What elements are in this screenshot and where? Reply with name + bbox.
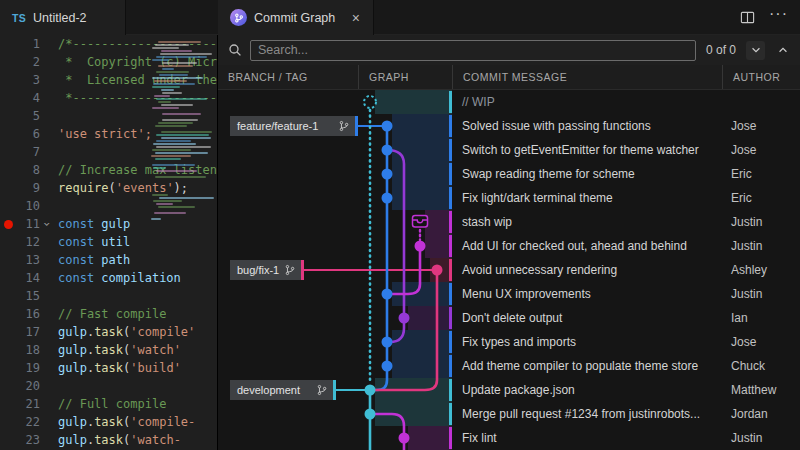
branch-color-strip	[449, 427, 452, 449]
tab-untitled-2[interactable]: TS Untitled-2	[0, 0, 126, 35]
tab-commit-graph[interactable]: Commit Graph ×	[218, 0, 374, 35]
commit-row[interactable]: // WIP	[218, 90, 800, 114]
line-number: 2	[16, 53, 40, 71]
line-number: 21	[16, 395, 40, 413]
commit-graph-panel: 0 of 0 BRANCH / TAG GRAPH COMMIT MESSAGE…	[218, 35, 800, 450]
git-branch-icon	[338, 120, 350, 132]
commit-row[interactable]: Avoid unnecessary renderingAshley	[218, 258, 800, 282]
line-number: 9	[16, 179, 40, 197]
commit-row[interactable]: Fix lintJustin	[218, 426, 800, 450]
branch-tag-cell	[218, 282, 358, 306]
graph-cell	[358, 234, 452, 258]
commit-row[interactable]: stash wipJustin	[218, 210, 800, 234]
code-line: 17gulp.task('compile'	[0, 323, 217, 341]
commit-author: Matthew	[722, 378, 800, 402]
graph-cell	[358, 306, 452, 330]
commit-author: Justin	[722, 426, 800, 450]
branch-tag-cell	[218, 162, 358, 186]
commit-row[interactable]: Add theme compiler to populate theme sto…	[218, 354, 800, 378]
branch-label-feature-feature-1[interactable]: feature/feature-1	[230, 116, 358, 136]
branch-tag-cell	[218, 306, 358, 330]
commit-row[interactable]: Fix light/dark terminal themeEric	[218, 186, 800, 210]
commit-message: Avoid unnecessary rendering	[452, 258, 722, 282]
graph-cell	[358, 90, 452, 114]
git-branch-icon	[284, 264, 296, 276]
commit-row[interactable]: Menu UX improvementsJustin	[218, 282, 800, 306]
branch-name: feature/feature-1	[237, 120, 318, 132]
branch-tag-cell	[218, 234, 358, 258]
column-header-commit-message: COMMIT MESSAGE	[452, 65, 722, 89]
line-number: 16	[16, 305, 40, 323]
chevron-down-icon[interactable]	[746, 41, 765, 60]
commit-row[interactable]: Add UI for checked out, ahead and behind…	[218, 234, 800, 258]
line-number: 19	[16, 359, 40, 377]
commit-row[interactable]: Swap reading theme for schemeEric	[218, 162, 800, 186]
branch-tag-cell	[218, 186, 358, 210]
branch-color-strip	[449, 163, 452, 185]
search-bar: 0 of 0	[218, 35, 800, 65]
line-number: 22	[16, 413, 40, 431]
search-match-count: 0 of 0	[704, 43, 738, 57]
branch-color-strip	[449, 187, 452, 209]
search-icon	[228, 43, 242, 57]
commit-list: // WIPSolved issue with passing function…	[218, 90, 800, 450]
branch-name: development	[237, 384, 300, 396]
commit-author: Eric	[722, 186, 800, 210]
code-line: 21// Full compile	[0, 395, 217, 413]
commit-message: Merge pull request #1234 from justinrobo…	[452, 402, 722, 426]
branch-color-strip	[449, 259, 452, 281]
breakpoint-dot[interactable]	[4, 220, 13, 229]
line-number: 18	[16, 341, 40, 359]
commit-row[interactable]: Switch to getEventEmitter for theme watc…	[218, 138, 800, 162]
commit-message: Add theme compiler to populate theme sto…	[452, 354, 722, 378]
code-line: 16// Fast compile	[0, 305, 217, 323]
minimap[interactable]	[149, 38, 215, 224]
branch-color-strip	[449, 331, 452, 353]
typescript-file-icon: TS	[12, 12, 26, 24]
line-number: 23	[16, 431, 40, 449]
code-line: 22gulp.task('compile-	[0, 413, 217, 431]
branch-color-strip	[449, 307, 452, 329]
search-input[interactable]	[250, 40, 696, 61]
close-icon[interactable]: ×	[351, 11, 361, 25]
code-editor[interactable]: 1/*----------------------------2 * Copyr…	[0, 35, 218, 450]
code-line: 12const util	[0, 233, 217, 251]
branch-color-strip	[449, 379, 452, 401]
line-number: 15	[16, 287, 40, 305]
table-header: BRANCH / TAG GRAPH COMMIT MESSAGE AUTHOR	[218, 65, 800, 90]
branch-color-strip	[449, 235, 452, 257]
code-line: 14const compilation	[0, 269, 217, 287]
commit-row[interactable]: Merge pull request #1234 from justinrobo…	[218, 402, 800, 426]
commit-row[interactable]: Don't delete outputIan	[218, 306, 800, 330]
chevron-up-icon[interactable]	[773, 41, 792, 60]
line-number: 20	[16, 377, 40, 395]
commit-message: Swap reading theme for scheme	[452, 162, 722, 186]
branch-label-development[interactable]: development	[230, 380, 336, 400]
branch-tag-cell	[218, 330, 358, 354]
commit-message: Fix lint	[452, 426, 722, 450]
split-editor-icon[interactable]	[740, 10, 755, 25]
graph-cell	[358, 138, 452, 162]
commit-author: Jose	[722, 114, 800, 138]
graph-cell	[358, 114, 452, 138]
branch-label-bug-fix-1[interactable]: bug/fix-1	[230, 260, 304, 280]
line-number: 10	[16, 197, 40, 215]
commit-row[interactable]: Fix types and importsJose	[218, 330, 800, 354]
column-header-branch-tag: BRANCH / TAG	[218, 65, 358, 89]
commit-message: stash wip	[452, 210, 722, 234]
graph-cell	[358, 210, 452, 234]
commit-author: Jordan	[722, 402, 800, 426]
code-line: 23gulp.task('watch-	[0, 431, 217, 449]
line-number: 3	[16, 71, 40, 89]
fold-chevron-icon[interactable]: ›	[37, 220, 55, 227]
more-actions-icon[interactable]: ···	[769, 14, 788, 20]
line-number: 13	[16, 251, 40, 269]
graph-cell	[358, 282, 452, 306]
commit-message: Update package.json	[452, 378, 722, 402]
branch-color-strip	[449, 91, 452, 113]
commit-message: Don't delete output	[452, 306, 722, 330]
tab-label: Commit Graph	[254, 11, 335, 25]
line-number: 11	[16, 215, 40, 233]
commit-message: Switch to getEventEmitter for theme watc…	[452, 138, 722, 162]
commit-author: Justin	[722, 234, 800, 258]
